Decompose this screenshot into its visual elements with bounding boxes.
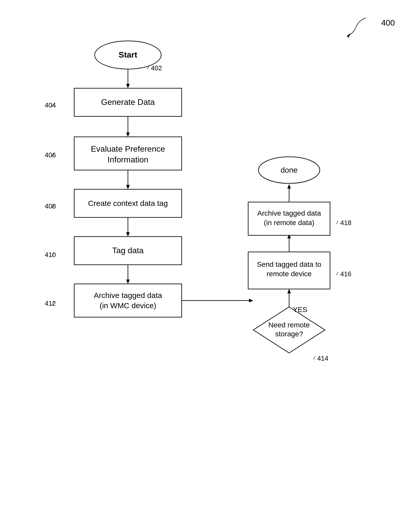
ref-404: 404 bbox=[45, 101, 56, 109]
need-remote-line1: Need remote bbox=[268, 321, 310, 329]
ref-408: 408 bbox=[45, 202, 56, 210]
send-tagged-line2: remote device bbox=[267, 270, 312, 278]
create-context-label: Create context data tag bbox=[88, 199, 168, 207]
ref-410: 410 bbox=[45, 251, 56, 259]
evaluate-preference-line1: Evaluate Preference bbox=[91, 144, 165, 153]
done-label: done bbox=[281, 166, 298, 174]
archive-wmc-node bbox=[74, 284, 182, 317]
ref-418: 418 bbox=[340, 219, 351, 227]
svg-rect-0 bbox=[0, 0, 416, 532]
start-label: Start bbox=[119, 50, 137, 59]
diagram-ref-400: 400 bbox=[381, 18, 395, 27]
send-tagged-line1: Send tagged data to bbox=[257, 260, 321, 268]
archive-remote-line1: Archive tagged data bbox=[257, 209, 321, 217]
flowchart-diagram: 400 Start 402 404 Generate Data 406 Eval… bbox=[0, 0, 416, 532]
archive-remote-line2: (in remote data) bbox=[264, 219, 314, 227]
ref-414: 414 bbox=[317, 354, 328, 362]
need-remote-line2: storage? bbox=[275, 330, 303, 338]
evaluate-preference-node bbox=[74, 137, 182, 170]
archive-wmc-line2: (in WMC device) bbox=[100, 301, 156, 310]
ref-416: 416 bbox=[340, 270, 351, 278]
ref-412: 412 bbox=[45, 300, 56, 307]
yes-label: YES bbox=[293, 306, 307, 314]
ref-402: 402 bbox=[151, 64, 162, 72]
tag-data-label: Tag data bbox=[112, 246, 144, 255]
generate-data-label: Generate Data bbox=[101, 97, 155, 107]
archive-wmc-line1: Archive tagged data bbox=[94, 291, 162, 300]
evaluate-preference-line2: Information bbox=[107, 155, 148, 164]
ref-406: 406 bbox=[45, 151, 56, 159]
